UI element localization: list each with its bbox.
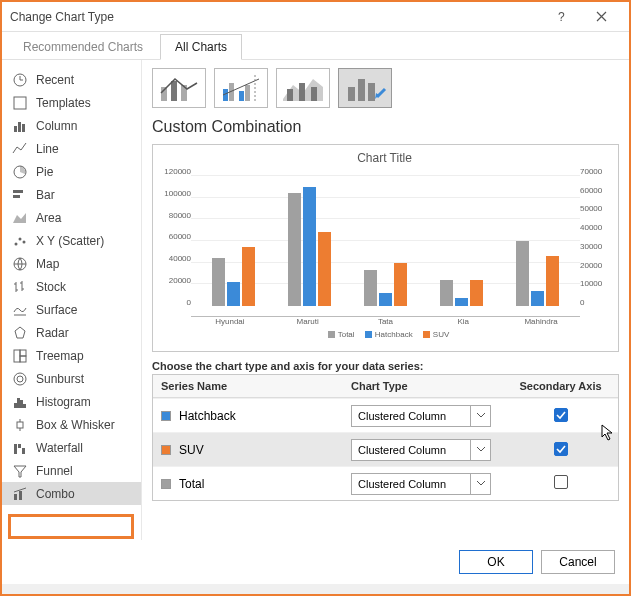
series-table: Series Name Chart Type Secondary Axis Ha…: [152, 374, 619, 501]
svg-rect-39: [311, 87, 317, 101]
series-swatch: [161, 479, 171, 489]
scatter-icon: [12, 233, 28, 249]
svg-rect-26: [22, 448, 25, 454]
svg-point-9: [15, 242, 18, 245]
close-button[interactable]: [581, 3, 621, 31]
chart-title: Chart Title: [159, 151, 610, 165]
col-series-name: Series Name: [153, 375, 343, 397]
chart-plot-area: 120000100000800006000040000200000 700006…: [159, 167, 610, 317]
series-row[interactable]: SUVClustered Column: [153, 432, 618, 466]
svg-rect-21: [20, 400, 23, 408]
tab-all-charts[interactable]: All Charts: [160, 34, 242, 60]
sidebar-item-templates[interactable]: Templates: [2, 91, 141, 114]
svg-rect-20: [17, 398, 20, 408]
bar-group: [281, 187, 337, 306]
sidebar-item-line[interactable]: Line: [2, 137, 141, 160]
secondary-axis-checkbox[interactable]: [554, 442, 568, 456]
sidebar-item-map[interactable]: Map: [2, 252, 141, 275]
svg-rect-23: [17, 422, 23, 428]
sidebar-item-funnel[interactable]: Funnel: [2, 459, 141, 482]
series-name-label: SUV: [179, 443, 204, 457]
combo-subtype-1[interactable]: [152, 68, 206, 108]
sunburst-icon: [12, 371, 28, 387]
svg-rect-7: [13, 190, 23, 193]
map-icon: [12, 256, 28, 272]
bar: [288, 193, 301, 306]
surface-icon: [12, 302, 28, 318]
tab-recommended[interactable]: Recommended Charts: [8, 34, 158, 60]
legend: Total Hatchback SUV: [159, 330, 610, 339]
svg-rect-40: [348, 87, 355, 101]
svg-marker-13: [15, 327, 25, 338]
chart-category-sidebar: Recent Templates Column Line Pie Bar Are…: [2, 60, 142, 540]
combo-subtype-custom[interactable]: [338, 68, 392, 108]
series-name-label: Hatchback: [179, 409, 236, 423]
pie-icon: [12, 164, 28, 180]
col-chart-type: Chart Type: [343, 375, 503, 397]
sidebar-item-recent[interactable]: Recent: [2, 68, 141, 91]
combo-subtype-row: [152, 68, 619, 108]
sidebar-item-boxwhisker[interactable]: Box & Whisker: [2, 413, 141, 436]
main-panel: Custom Combination Chart Title 120000100…: [142, 60, 629, 540]
bar: [212, 258, 225, 306]
bar-group: [205, 247, 261, 306]
sidebar-item-combo[interactable]: Combo: [2, 482, 141, 505]
combo-subtype-2[interactable]: [214, 68, 268, 108]
bar: [227, 282, 240, 306]
line-icon: [12, 141, 28, 157]
series-swatch: [161, 445, 171, 455]
bar: [364, 270, 377, 306]
series-row[interactable]: HatchbackClustered Column: [153, 398, 618, 432]
svg-point-11: [23, 240, 26, 243]
chart-type-select[interactable]: Clustered Column: [351, 473, 491, 495]
help-button[interactable]: ?: [541, 3, 581, 31]
sidebar-item-pie[interactable]: Pie: [2, 160, 141, 183]
sidebar-item-treemap[interactable]: Treemap: [2, 344, 141, 367]
chart-type-select[interactable]: Clustered Column: [351, 405, 491, 427]
sidebar-item-radar[interactable]: Radar: [2, 321, 141, 344]
bar-group: [434, 280, 490, 306]
template-icon: [12, 95, 28, 111]
bar: [242, 247, 255, 306]
sidebar-item-scatter[interactable]: X Y (Scatter): [2, 229, 141, 252]
funnel-icon: [12, 463, 28, 479]
svg-rect-4: [18, 122, 21, 132]
bar: [394, 263, 407, 306]
sidebar-item-histogram[interactable]: Histogram: [2, 390, 141, 413]
chevron-down-icon: [470, 474, 490, 494]
svg-rect-35: [245, 85, 250, 101]
primary-y-axis: 120000100000800006000040000200000: [159, 167, 191, 317]
area-icon: [12, 210, 28, 226]
svg-rect-3: [14, 126, 17, 132]
sidebar-item-surface[interactable]: Surface: [2, 298, 141, 321]
series-name-label: Total: [179, 477, 204, 491]
sidebar-item-stock[interactable]: Stock: [2, 275, 141, 298]
bar: [379, 293, 392, 306]
category-labels: HyundaiMarutiTataKiaMahindra: [191, 317, 580, 326]
section-title: Custom Combination: [152, 118, 619, 136]
svg-rect-42: [368, 83, 375, 101]
sidebar-item-bar[interactable]: Bar: [2, 183, 141, 206]
sidebar-item-waterfall[interactable]: Waterfall: [2, 436, 141, 459]
secondary-axis-checkbox[interactable]: [554, 475, 568, 489]
sidebar-item-sunburst[interactable]: Sunburst: [2, 367, 141, 390]
clock-icon: [12, 72, 28, 88]
col-secondary-axis: Secondary Axis: [503, 375, 618, 397]
bar: [516, 241, 529, 306]
ok-button[interactable]: OK: [459, 550, 533, 574]
cancel-button[interactable]: Cancel: [541, 550, 615, 574]
sidebar-item-column[interactable]: Column: [2, 114, 141, 137]
chart-preview[interactable]: Chart Title 1200001000008000060000400002…: [152, 144, 619, 352]
bar: [470, 280, 483, 306]
series-row[interactable]: TotalClustered Column: [153, 466, 618, 500]
dialog-footer: OK Cancel: [2, 540, 629, 584]
combo-subtype-3[interactable]: [276, 68, 330, 108]
bar: [440, 280, 453, 306]
sidebar-item-area[interactable]: Area: [2, 206, 141, 229]
bar: [318, 232, 331, 306]
svg-rect-8: [13, 195, 20, 198]
chart-type-select[interactable]: Clustered Column: [351, 439, 491, 461]
svg-rect-38: [299, 83, 305, 101]
window-title: Change Chart Type: [10, 10, 114, 24]
secondary-axis-checkbox[interactable]: [554, 408, 568, 422]
